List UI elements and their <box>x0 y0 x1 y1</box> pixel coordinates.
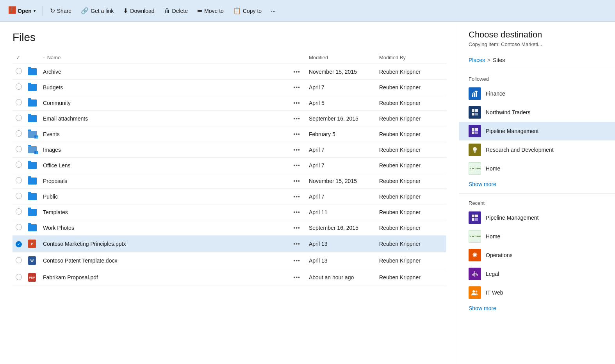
table-row[interactable]: Budgets•••April 7Reuben Krippner <box>12 80 446 95</box>
row-check[interactable] <box>12 269 25 286</box>
modified-by-col-header[interactable]: Modified By <box>376 51 446 64</box>
select-all-col[interactable]: ✓ <box>12 51 25 64</box>
table-row[interactable]: Email attachments•••September 16, 2015Re… <box>12 111 446 126</box>
row-more-options[interactable]: ••• <box>288 80 306 95</box>
table-row[interactable]: Community•••April 5Reuben Krippner <box>12 95 446 111</box>
dots-icon[interactable]: ••• <box>291 99 303 107</box>
file-name-link[interactable]: Contoso Marketing Principles.pptx <box>43 241 126 247</box>
file-name-cell[interactable]: Work Photos <box>40 220 288 236</box>
table-row[interactable]: PDFFabrikam Proposal.pdf•••About an hour… <box>12 269 446 286</box>
share-button[interactable]: ↻ Share <box>46 5 75 17</box>
dots-icon[interactable]: ••• <box>291 273 303 281</box>
open-button[interactable]: 🅿 Open ▾ <box>5 4 39 17</box>
row-check[interactable] <box>12 80 25 95</box>
file-name-link[interactable]: Email attachments <box>43 115 88 122</box>
file-name-link[interactable]: Contoso Patent Template.docx <box>43 257 117 264</box>
row-more-options[interactable]: ••• <box>288 252 306 269</box>
file-name-cell[interactable]: Contoso Marketing Principles.pptx <box>40 236 288 252</box>
row-check[interactable] <box>12 173 25 189</box>
row-check[interactable] <box>12 142 25 158</box>
followed-site-item[interactable]: Pipeline Management <box>459 122 615 140</box>
dots-icon[interactable]: ••• <box>291 224 303 232</box>
table-row[interactable]: Proposals•••November 15, 2015Reuben Krip… <box>12 173 446 189</box>
more-button[interactable]: ··· <box>267 5 280 16</box>
dots-icon[interactable]: ••• <box>291 257 303 265</box>
row-more-options[interactable]: ••• <box>288 269 306 286</box>
dots-icon[interactable]: ••• <box>291 193 303 201</box>
row-check[interactable] <box>12 252 25 269</box>
breadcrumb-places[interactable]: Places <box>469 57 485 63</box>
file-name-cell[interactable]: Community <box>40 95 288 111</box>
row-more-options[interactable]: ••• <box>288 142 306 158</box>
file-name-link[interactable]: Public <box>43 194 58 200</box>
row-more-options[interactable]: ••• <box>288 173 306 189</box>
file-name-cell[interactable]: Contoso Patent Template.docx <box>40 252 288 269</box>
dots-icon[interactable]: ••• <box>291 146 303 154</box>
file-name-cell[interactable]: Archive <box>40 64 288 80</box>
row-check[interactable] <box>12 126 25 142</box>
file-name-cell[interactable]: Proposals <box>40 173 288 189</box>
show-more-recent[interactable]: Show more <box>459 302 615 314</box>
table-row[interactable]: Public•••April 7Reuben Krippner <box>12 189 446 204</box>
row-check[interactable] <box>12 220 25 236</box>
file-name-cell[interactable]: Budgets <box>40 80 288 95</box>
get-link-button[interactable]: 🔗 Get a link <box>77 5 118 17</box>
table-row[interactable]: ✓PContoso Marketing Principles.pptx•••Ap… <box>12 236 446 252</box>
dots-icon[interactable]: ••• <box>291 83 303 91</box>
dots-icon[interactable]: ••• <box>291 130 303 138</box>
row-check[interactable] <box>12 111 25 126</box>
table-row[interactable]: 👥 Images•••April 7Reuben Krippner <box>12 142 446 158</box>
file-name-link[interactable]: Fabrikam Proposal.pdf <box>43 274 98 281</box>
table-row[interactable]: Templates•••April 11Reuben Krippner <box>12 204 446 220</box>
row-more-options[interactable]: ••• <box>288 158 306 173</box>
dots-icon[interactable]: ••• <box>291 68 303 76</box>
file-name-cell[interactable]: Public <box>40 189 288 204</box>
file-name-cell[interactable]: Office Lens <box>40 158 288 173</box>
row-more-options[interactable]: ••• <box>288 189 306 204</box>
row-more-options[interactable]: ••• <box>288 95 306 111</box>
file-name-link[interactable]: Proposals <box>43 178 67 184</box>
file-name-cell[interactable]: Fabrikam Proposal.pdf <box>40 269 288 286</box>
row-check[interactable] <box>12 189 25 204</box>
row-more-options[interactable]: ••• <box>288 220 306 236</box>
dots-icon[interactable]: ••• <box>291 177 303 185</box>
recent-site-item[interactable]: Legal <box>459 265 615 283</box>
row-check[interactable] <box>12 64 25 80</box>
move-to-button[interactable]: ➡ Move to <box>193 5 228 17</box>
followed-site-item[interactable]: Northwind Traders <box>459 103 615 122</box>
file-name-link[interactable]: Office Lens <box>43 162 71 169</box>
name-col-header[interactable]: ↑ Name <box>40 51 288 64</box>
dots-icon[interactable]: ••• <box>291 208 303 216</box>
file-name-link[interactable]: Community <box>43 100 71 106</box>
file-name-cell[interactable]: Templates <box>40 204 288 220</box>
dots-icon[interactable]: ••• <box>291 240 303 248</box>
row-more-options[interactable]: ••• <box>288 111 306 126</box>
followed-site-item[interactable]: Research and Development <box>459 140 615 159</box>
file-name-cell[interactable]: Email attachments <box>40 111 288 126</box>
dots-icon[interactable]: ••• <box>291 115 303 123</box>
row-more-options[interactable]: ••• <box>288 204 306 220</box>
file-name-link[interactable]: Work Photos <box>43 225 74 231</box>
row-check[interactable]: ✓ <box>12 236 25 252</box>
table-row[interactable]: Archive•••November 15, 2015Reuben Krippn… <box>12 64 446 80</box>
modified-col-header[interactable]: Modified <box>306 51 376 64</box>
table-row[interactable]: 👥 Events•••February 5Reuben Krippner <box>12 126 446 142</box>
file-name-cell[interactable]: Images <box>40 142 288 158</box>
dots-icon[interactable]: ••• <box>291 162 303 169</box>
file-name-link[interactable]: Images <box>43 147 61 153</box>
table-row[interactable]: Work Photos•••September 16, 2015Reuben K… <box>12 220 446 236</box>
file-name-link[interactable]: Events <box>43 131 60 137</box>
show-more-followed[interactable]: Show more <box>459 178 615 190</box>
row-check[interactable] <box>12 95 25 111</box>
row-check[interactable] <box>12 204 25 220</box>
recent-site-item[interactable]: IT Web <box>459 283 615 302</box>
file-name-link[interactable]: Templates <box>43 209 68 215</box>
row-more-options[interactable]: ••• <box>288 236 306 252</box>
recent-site-item[interactable]: CONTOSO Home <box>459 227 615 246</box>
recent-site-item[interactable]: Operations <box>459 246 615 265</box>
table-row[interactable]: Office Lens•••April 7Reuben Krippner <box>12 158 446 173</box>
copy-to-button[interactable]: 📋 Copy to <box>229 5 266 17</box>
row-more-options[interactable]: ••• <box>288 64 306 80</box>
followed-site-item[interactable]: CONTOSO Home <box>459 159 615 178</box>
table-row[interactable]: WContoso Patent Template.docx•••April 13… <box>12 252 446 269</box>
